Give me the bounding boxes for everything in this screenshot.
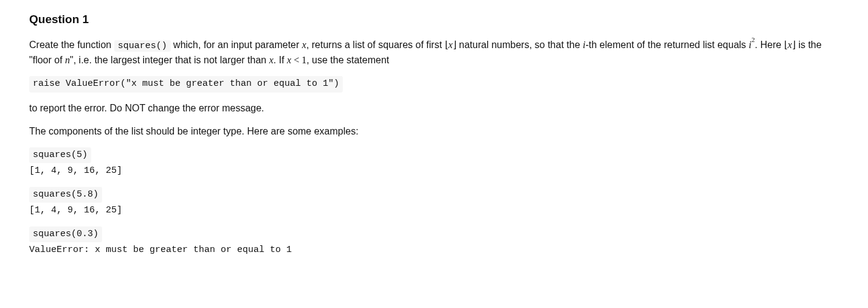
math-x: x <box>788 40 792 50</box>
example-block: squares(5) [1, 4, 9, 16, 25] <box>29 147 839 178</box>
example-call: squares(5.8) <box>29 187 102 203</box>
text: natural numbers, so that the <box>456 40 583 50</box>
math-one: 1 <box>301 55 306 65</box>
math-x: x <box>302 40 306 50</box>
math-x: x <box>449 40 453 50</box>
example-result: ValueError: x must be greater than or eq… <box>29 243 839 257</box>
text: , returns a list of squares of first <box>306 40 445 50</box>
text: . Here <box>755 40 784 50</box>
text: . If <box>274 55 287 65</box>
math-floor-x: x <box>784 40 796 50</box>
math-x: x <box>269 55 274 65</box>
math-n: n <box>65 55 70 65</box>
error-note: to report the error. Do NOT change the e… <box>29 101 839 116</box>
example-call: squares(0.3) <box>29 226 102 243</box>
text: ", i.e. the largest integer that is not … <box>70 55 269 65</box>
math-floor-x: x <box>445 40 456 50</box>
text: which, for an input parameter <box>171 40 302 50</box>
examples-intro: The components of the list should be int… <box>29 124 839 139</box>
math-exponent: 2 <box>751 36 755 43</box>
code-raise-statement: raise ValueError("x must be greater than… <box>29 76 343 93</box>
example-call: squares(5) <box>29 147 91 164</box>
math-lt: < <box>291 55 301 65</box>
text: Create the function <box>29 40 114 50</box>
question-title: Question 1 <box>29 11 839 29</box>
example-block: squares(0.3) ValueError: x must be great… <box>29 226 839 257</box>
example-block: squares(5.8) [1, 4, 9, 16, 25] <box>29 187 839 218</box>
text: -th element of the returned list equals <box>585 40 749 50</box>
example-result: [1, 4, 9, 16, 25] <box>29 204 839 218</box>
code-squares-fn: squares() <box>114 40 171 52</box>
math-i-squared: i2 <box>749 40 755 50</box>
text: , use the statement <box>306 55 389 65</box>
example-result: [1, 4, 9, 16, 25] <box>29 164 839 178</box>
question-content: Question 1 Create the function squares()… <box>0 0 868 272</box>
intro-paragraph: Create the function squares() which, for… <box>29 37 839 68</box>
